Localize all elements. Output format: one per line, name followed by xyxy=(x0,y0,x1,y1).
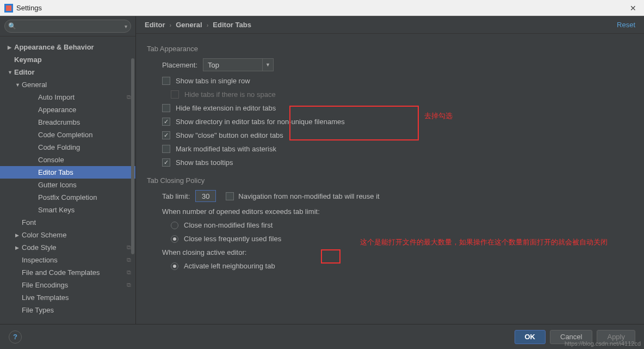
sidebar-item-keymap[interactable]: Keymap xyxy=(0,53,135,66)
label-nav-reuse: Navigation from non-modified tab will re… xyxy=(238,192,379,200)
sidebar-item-code-completion[interactable]: Code Completion xyxy=(0,128,135,141)
sidebar-item-color-scheme[interactable]: ▶Color Scheme xyxy=(0,229,135,241)
section-title-appearance: Tab Appearance xyxy=(147,45,633,53)
tree-arrow-icon: ▶ xyxy=(15,232,22,238)
sidebar-item-appearance[interactable]: Appearance xyxy=(0,103,135,116)
section-title-closing: Tab Closing Policy xyxy=(147,176,633,185)
tab-limit-label: Tab limit: xyxy=(162,192,190,200)
copy-icon: ⧉ xyxy=(127,269,131,276)
tree-arrow-icon: ▼ xyxy=(15,82,22,88)
sidebar-item-label: Live Templates xyxy=(22,293,69,302)
footer: ? OK Cancel Apply xyxy=(0,324,644,349)
sidebar-item-label: Auto Import xyxy=(38,93,75,101)
sidebar-item-label: Postfix Completion xyxy=(38,193,97,201)
sidebar-item-label: Appearance & Behavior xyxy=(14,43,94,51)
sidebar-item-code-style[interactable]: ▶Code Style⧉ xyxy=(0,241,135,254)
titlebar: Settings ✕ xyxy=(0,0,644,16)
checkbox-mark-asterisk[interactable] xyxy=(162,145,170,153)
sidebar-item-label: Console xyxy=(38,156,64,164)
breadcrumb-item[interactable]: Editor xyxy=(145,21,165,29)
copy-icon: ⧉ xyxy=(127,281,131,289)
label-close-nonmod: Close non-modified files first xyxy=(184,221,273,229)
breadcrumb: Editor › General › Editor Tabs xyxy=(145,21,251,29)
placement-label: Placement: xyxy=(162,61,197,69)
label-when-closing: When closing active editor: xyxy=(147,248,633,256)
sidebar-item-file-and-code-templates[interactable]: File and Code Templates⧉ xyxy=(0,266,135,279)
sidebar-item-console[interactable]: Console xyxy=(0,154,135,166)
sidebar-item-file-encodings[interactable]: File Encodings⧉ xyxy=(0,279,135,291)
sidebar-item-gutter-icons[interactable]: Gutter Icons xyxy=(0,179,135,191)
sidebar-item-label: File Types xyxy=(22,306,54,314)
sidebar-item-postfix-completion[interactable]: Postfix Completion xyxy=(0,191,135,204)
annotation-text-1: 去掉勾选 xyxy=(424,111,453,121)
sidebar-item-label: Code Folding xyxy=(38,143,80,151)
sidebar-item-label: Keymap xyxy=(14,56,42,64)
chevron-down-icon[interactable]: ▼ xyxy=(263,58,274,71)
sidebar-item-editor[interactable]: ▼Editor xyxy=(0,66,135,78)
sidebar-item-label: General xyxy=(22,81,47,89)
checkbox-nav-reuse[interactable] xyxy=(226,192,234,200)
sidebar-item-label: Editor Tabs xyxy=(38,168,73,176)
chevron-right-icon: › xyxy=(170,22,172,28)
sidebar-item-live-templates[interactable]: Live Templates xyxy=(0,291,135,304)
watermark: https://blog.csdn.net/i4112cd xyxy=(565,340,641,347)
tab-limit-input[interactable]: 30 xyxy=(195,190,216,202)
reset-link[interactable]: Reset xyxy=(617,21,635,29)
checkbox-hide-ext[interactable] xyxy=(162,104,170,112)
checkbox-show-close[interactable] xyxy=(162,131,170,139)
sidebar-item-file-types[interactable]: File Types xyxy=(0,304,135,316)
search-input[interactable]: 🔍 ▾ xyxy=(4,20,131,33)
sidebar: 🔍 ▾ ▶Appearance & BehaviorKeymap▼Editor▼… xyxy=(0,16,136,324)
sidebar-item-general[interactable]: ▼General xyxy=(0,78,135,91)
label-hide-no-space: Hide tabs if there is no space xyxy=(184,90,276,99)
sidebar-item-appearance-behavior[interactable]: ▶Appearance & Behavior xyxy=(0,41,135,53)
tree-arrow-icon: ▼ xyxy=(8,70,14,75)
scrollbar[interactable] xyxy=(131,58,134,254)
checkbox-show-dir[interactable] xyxy=(162,118,170,126)
label-when-exceeds: When number of opened editors exceeds ta… xyxy=(147,207,633,216)
annotation-text-2: 这个是能打开文件的最大数量，如果操作在这个数量前面打开的就会被自动关闭 xyxy=(360,237,608,247)
svg-rect-1 xyxy=(6,5,11,11)
radio-close-nonmod[interactable] xyxy=(171,222,178,229)
radio-activate-left[interactable] xyxy=(171,262,178,270)
sidebar-item-inspections[interactable]: Inspections⧉ xyxy=(0,254,135,266)
placement-value: Top xyxy=(208,61,219,69)
copy-icon: ⧉ xyxy=(127,94,131,101)
sidebar-item-label: Appearance xyxy=(38,106,76,114)
content-body: Tab Appearance Placement: Top ▼ Show tab… xyxy=(136,34,644,324)
sidebar-item-label: Gutter Icons xyxy=(38,181,77,189)
tree-arrow-icon: ▶ xyxy=(8,45,14,50)
chevron-down-icon: ▾ xyxy=(125,23,127,29)
breadcrumb-item: Editor Tabs xyxy=(213,21,251,29)
sidebar-item-font[interactable]: Font xyxy=(0,216,135,229)
placement-select[interactable]: Top xyxy=(203,58,263,71)
sidebar-item-code-folding[interactable]: Code Folding xyxy=(0,141,135,154)
copy-icon: ⧉ xyxy=(127,256,131,264)
radio-close-lfu[interactable] xyxy=(171,235,178,243)
content-header: Editor › General › Editor Tabs Reset xyxy=(136,16,644,34)
label-tooltips: Show tabs tooltips xyxy=(176,158,233,167)
checkbox-tooltips[interactable] xyxy=(162,158,170,167)
tree-arrow-icon: ▶ xyxy=(15,245,22,250)
sidebar-item-breadcrumbs[interactable]: Breadcrumbs xyxy=(0,116,135,128)
label-single-row: Show tabs in single row xyxy=(176,77,250,85)
sidebar-item-label: Editor xyxy=(14,68,35,76)
ok-button[interactable]: OK xyxy=(515,330,546,344)
window-title: Settings xyxy=(16,4,42,12)
label-mark-asterisk: Mark modified tabs with asterisk xyxy=(176,145,276,153)
sidebar-item-label: Smart Keys xyxy=(38,206,75,214)
copy-icon: ⧉ xyxy=(127,244,131,251)
close-icon[interactable]: ✕ xyxy=(627,3,640,14)
sidebar-item-auto-import[interactable]: Auto Import⧉ xyxy=(0,91,135,103)
sidebar-item-label: Breadcrumbs xyxy=(38,118,80,126)
checkbox-single-row[interactable] xyxy=(162,77,170,85)
sidebar-item-smart-keys[interactable]: Smart Keys xyxy=(0,204,135,216)
help-button[interactable]: ? xyxy=(9,330,22,344)
label-activate-left: Activate left neighbouring tab xyxy=(184,262,275,270)
label-show-dir: Show directory in editor tabs for non-un… xyxy=(176,118,345,126)
sidebar-item-label: Font xyxy=(22,218,36,226)
sidebar-item-label: Code Style xyxy=(22,243,57,252)
sidebar-item-label: Inspections xyxy=(22,256,58,264)
breadcrumb-item[interactable]: General xyxy=(176,21,202,29)
sidebar-item-editor-tabs[interactable]: Editor Tabs xyxy=(0,166,135,179)
